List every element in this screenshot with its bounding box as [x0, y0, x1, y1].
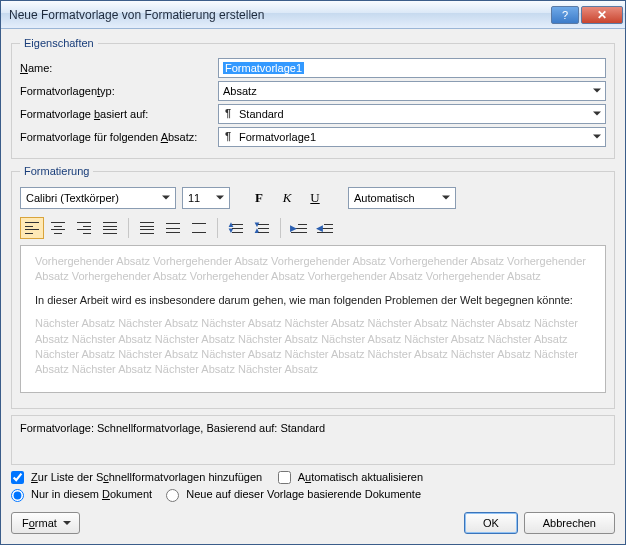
indent-increase-button[interactable]: ▶ [287, 217, 311, 239]
align-center-button[interactable] [46, 217, 70, 239]
preview-after-text: Nächster Absatz Nächster Absatz Nächster… [35, 316, 591, 378]
pilcrow-icon: ¶ [225, 107, 231, 119]
new-documents-radio[interactable]: Neue auf dieser Vorlage basierende Dokum… [166, 488, 421, 502]
indent-decrease-button[interactable]: ◀ [313, 217, 337, 239]
font-color-select[interactable]: Automatisch [348, 187, 456, 209]
font-size-select[interactable]: 11 [182, 187, 230, 209]
next-para-select[interactable]: ¶Formatvorlage1 [218, 127, 606, 147]
only-this-document-radio[interactable]: Nur in diesem Dokument [11, 488, 152, 502]
separator [280, 218, 281, 238]
type-label: Formatvorlagentyp: [20, 85, 218, 97]
line-spacing-1-5-button[interactable] [161, 217, 185, 239]
properties-legend: Eigenschaften [20, 37, 98, 49]
ok-button[interactable]: OK [464, 512, 518, 534]
based-on-select[interactable]: ¶Standard [218, 104, 606, 124]
type-select[interactable]: Absatz [218, 81, 606, 101]
format-menu-button[interactable]: Format [11, 512, 80, 534]
align-justify-button[interactable] [98, 217, 122, 239]
chevron-down-icon [63, 521, 71, 529]
separator [217, 218, 218, 238]
cancel-button[interactable]: Abbrechen [524, 512, 615, 534]
preview-pane: Vorhergehender Absatz Vorhergehender Abs… [20, 245, 606, 393]
style-description: Formatvorlage: Schnellformatvorlage, Bas… [11, 415, 615, 465]
italic-button[interactable]: K [276, 187, 298, 209]
next-para-label: Formatvorlage für folgenden Absatz: [20, 131, 218, 143]
preview-sample-text: In dieser Arbeit wird es insbesondere da… [35, 293, 591, 308]
align-right-button[interactable] [72, 217, 96, 239]
based-on-label: Formatvorlage basiert auf: [20, 108, 218, 120]
separator [128, 218, 129, 238]
auto-update-checkbox[interactable]: Automatisch aktualisieren [278, 471, 423, 485]
dialog-window: Neue Formatvorlage von Formatierung erst… [0, 0, 626, 545]
name-label: Name: [20, 62, 218, 74]
preview-before-text: Vorhergehender Absatz Vorhergehender Abs… [35, 254, 591, 285]
align-left-button[interactable] [20, 217, 44, 239]
bold-button[interactable]: F [248, 187, 270, 209]
name-input[interactable]: Formatvorlage1 [218, 58, 606, 78]
window-title: Neue Formatvorlage von Formatierung erst… [9, 8, 551, 22]
help-button[interactable]: ? [551, 6, 579, 24]
titlebar: Neue Formatvorlage von Formatierung erst… [1, 1, 625, 29]
space-before-inc-button[interactable]: ▲▼ [224, 217, 248, 239]
underline-button[interactable]: U [304, 187, 326, 209]
pilcrow-icon: ¶ [225, 130, 231, 142]
font-family-select[interactable]: Calibri (Textkörper) [20, 187, 176, 209]
formatting-legend: Formatierung [20, 165, 93, 177]
line-spacing-1-button[interactable] [135, 217, 159, 239]
space-before-dec-button[interactable]: ▼▲ [250, 217, 274, 239]
close-button[interactable]: ✕ [581, 6, 623, 24]
line-spacing-2-button[interactable] [187, 217, 211, 239]
properties-group: Eigenschaften Name: Formatvorlage1 Forma… [11, 37, 615, 159]
formatting-group: Formatierung Calibri (Textkörper) 11 F K… [11, 165, 615, 409]
add-to-quick-styles-checkbox[interactable]: Zur Liste der Schnellformatvorlagen hinz… [11, 471, 262, 485]
